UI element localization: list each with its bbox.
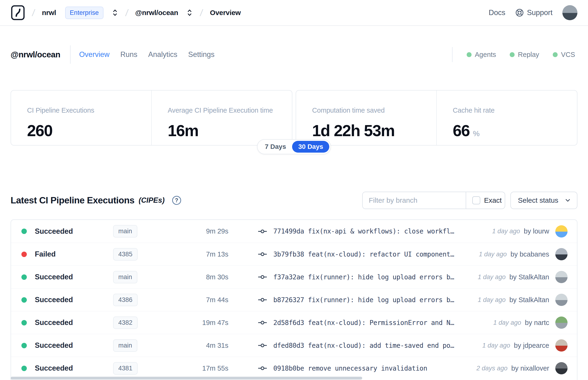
exact-checkbox[interactable] xyxy=(472,196,480,204)
tab-runs[interactable]: Runs xyxy=(120,50,137,59)
workspace-tabs: Overview Runs Analytics Settings xyxy=(79,50,214,59)
section-title: Latest CI Pipeline Executions xyxy=(11,195,134,206)
workspace-switcher-chevrons-icon[interactable] xyxy=(186,9,193,17)
status-label: Succeeded xyxy=(35,318,73,327)
breadcrumb-org[interactable]: nrwl xyxy=(42,9,56,17)
enterprise-badge: Enterprise xyxy=(65,7,103,19)
branch-filter-group: Exact xyxy=(362,192,505,209)
duration: 4m 31s xyxy=(172,342,228,349)
status-label: Succeeded xyxy=(35,364,73,373)
docs-link[interactable]: Docs xyxy=(489,8,505,17)
author: by StalkAltan xyxy=(510,296,549,304)
meta-cell: 1 day ago by bcabanes xyxy=(479,248,577,260)
status-cell: Succeeded xyxy=(21,273,113,281)
org-switcher-chevrons-icon[interactable] xyxy=(112,9,118,17)
status-dot xyxy=(21,320,27,325)
tab-analytics[interactable]: Analytics xyxy=(148,50,177,59)
branch-badge[interactable]: main xyxy=(113,225,137,237)
branch-filter-input[interactable] xyxy=(363,192,466,209)
tab-overview[interactable]: Overview xyxy=(79,50,109,59)
duration: 8m 30s xyxy=(172,273,228,281)
service-status-agents[interactable]: Agents xyxy=(467,51,496,58)
table-row[interactable]: Succeeded main 8m 30s f37a32ae fix(runne… xyxy=(11,266,577,288)
git-commit-icon xyxy=(258,249,267,259)
duration: 19m 47s xyxy=(172,319,228,327)
cipe-section-header: Latest CI Pipeline Executions (CIPEs) ? … xyxy=(11,191,577,210)
author: by bcabanes xyxy=(511,250,549,258)
author: by nartc xyxy=(525,319,549,327)
range-30-days-button[interactable]: 30 Days xyxy=(292,141,329,152)
horizontal-scrollbar[interactable] xyxy=(11,377,362,380)
branch-cell: main xyxy=(113,271,172,283)
author-avatar[interactable] xyxy=(555,271,568,283)
commit-cell: 0918b0be remove unnecessary invalidation xyxy=(228,363,476,373)
table-row[interactable]: Succeeded main 9m 29s 771499da fix(nx-ap… xyxy=(11,220,577,243)
branch-badge[interactable]: main xyxy=(113,339,137,352)
branch-badge[interactable]: 4386 xyxy=(113,294,138,306)
help-icon[interactable]: ? xyxy=(172,196,181,205)
commit-message[interactable]: dfed80d3 feat(nx-cloud): add time-saved … xyxy=(273,342,454,349)
branch-badge[interactable]: main xyxy=(113,271,137,283)
table-row[interactable]: Succeeded 4381 17m 55s 0918b0be remove u… xyxy=(11,357,577,380)
author-avatar[interactable] xyxy=(555,362,568,374)
stat-card-ci-executions: CI Pipeline Executions 260 xyxy=(11,91,151,145)
stat-label: Computation time saved xyxy=(312,107,436,114)
stat-value: 66 xyxy=(453,121,470,140)
branch-badge[interactable]: 4381 xyxy=(113,362,138,375)
table-row[interactable]: Succeeded 4382 19m 47s 2d58f6d3 feat(nx-… xyxy=(11,311,577,334)
git-commit-icon xyxy=(258,227,267,236)
relative-time: 1 day ago xyxy=(478,296,506,304)
breadcrumb-separator: / xyxy=(32,7,36,18)
author-avatar[interactable] xyxy=(555,248,568,260)
commit-cell: f37a32ae fix(runner): hide log upload er… xyxy=(228,272,478,282)
workspace-header: @nrwl/ocean Overview Runs Analytics Sett… xyxy=(11,45,577,64)
duration: 7m 44s xyxy=(172,296,228,304)
tab-settings[interactable]: Settings xyxy=(188,50,214,59)
commit-cell: dfed80d3 feat(nx-cloud): add time-saved … xyxy=(228,341,482,350)
stats-group-right: Computation time saved 1d 22h 53m Cache … xyxy=(296,90,577,146)
commit-message[interactable]: b8726327 fix(runner): hide log upload er… xyxy=(273,296,454,304)
relative-time: 1 day ago xyxy=(482,342,510,349)
author-avatar[interactable] xyxy=(555,225,568,237)
branch-badge[interactable]: 4382 xyxy=(113,317,138,329)
service-status-replay[interactable]: Replay xyxy=(510,51,539,58)
nx-cloud-logo-icon[interactable] xyxy=(11,5,25,21)
service-label: Replay xyxy=(518,51,539,58)
author-avatar[interactable] xyxy=(555,339,568,352)
commit-message[interactable]: f37a32ae fix(runner): hide log upload er… xyxy=(273,273,454,281)
commit-message[interactable]: 771499da fix(nx-api & workflows): close … xyxy=(273,228,454,235)
breadcrumb-workspace[interactable]: @nrwl/ocean xyxy=(135,9,178,17)
status-dot xyxy=(21,252,27,257)
branch-badge[interactable]: 4385 xyxy=(113,248,138,261)
service-label: VCS xyxy=(561,51,575,58)
duration: 7m 13s xyxy=(172,250,228,258)
table-row[interactable]: Succeeded 4386 7m 44s b8726327 fix(runne… xyxy=(11,288,577,311)
status-label: Failed xyxy=(35,250,56,258)
meta-cell: 1 day ago by nartc xyxy=(493,317,577,329)
branch-cell: 4382 xyxy=(113,317,172,329)
author: by lourw xyxy=(524,228,549,235)
table-row[interactable]: Failed 4385 7m 13s 3b79fb38 feat(nx-clou… xyxy=(11,243,577,266)
table-row[interactable]: Succeeded main 4m 31s dfed80d3 feat(nx-c… xyxy=(11,334,577,357)
user-avatar[interactable] xyxy=(562,5,577,20)
author-avatar[interactable] xyxy=(555,294,568,306)
commit-message[interactable]: 0918b0be remove unnecessary invalidation xyxy=(273,364,427,372)
branch-cell: main xyxy=(113,225,172,237)
commit-message[interactable]: 2d58f6d3 feat(nx-cloud): PermissionError… xyxy=(273,319,454,327)
stats-group-left: CI Pipeline Executions 260 Average CI Pi… xyxy=(11,90,292,146)
author-avatar[interactable] xyxy=(555,317,568,329)
author: by nixallover xyxy=(511,364,549,372)
status-select-dropdown[interactable]: Select status xyxy=(510,192,577,209)
stat-label: CI Pipeline Executions xyxy=(27,107,151,114)
stat-label: Cache hit rate xyxy=(453,107,577,114)
meta-cell: 1 day ago by lourw xyxy=(492,225,577,237)
status-label: Succeeded xyxy=(35,296,73,304)
git-commit-icon xyxy=(258,363,267,373)
range-7-days-button[interactable]: 7 Days xyxy=(259,141,292,152)
top-bar: / nrwl Enterprise / @nrwl/ocean / Overvi… xyxy=(0,0,588,26)
git-commit-icon xyxy=(258,272,267,282)
commit-cell: b8726327 fix(runner): hide log upload er… xyxy=(228,295,478,304)
service-status-vcs[interactable]: VCS xyxy=(553,51,575,58)
support-link[interactable]: Support xyxy=(515,8,552,17)
commit-message[interactable]: 3b79fb38 feat(nx-cloud): refactor UI com… xyxy=(273,250,454,258)
